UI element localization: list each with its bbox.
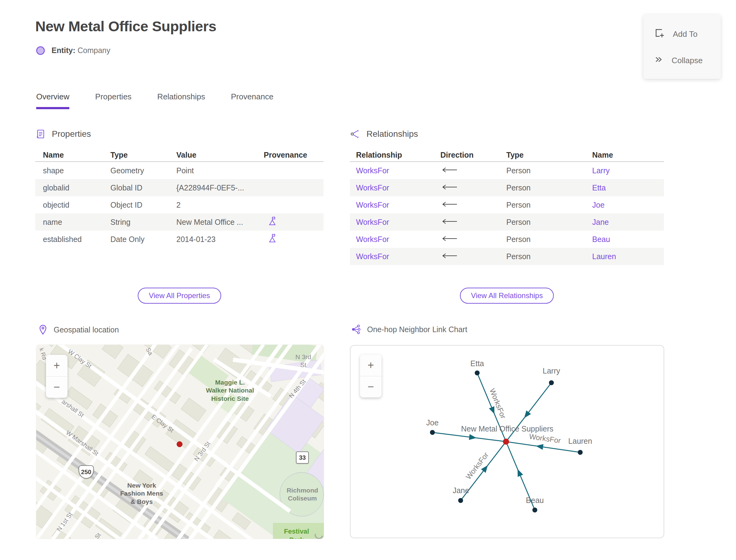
tab-provenance[interactable]: Provenance — [231, 92, 274, 109]
related-entity-type: Person — [506, 235, 592, 244]
prop-value: New Metal Office ... — [176, 218, 264, 227]
entity-location-marker[interactable] — [177, 441, 182, 447]
related-entity-type: Person — [506, 201, 592, 209]
related-entity-name-link[interactable]: Joe — [592, 201, 664, 209]
table-row: objectidObject ID2 — [35, 196, 324, 213]
entity-row: Entity: Company — [36, 46, 110, 55]
relationship-link[interactable]: WorksFor — [356, 218, 440, 227]
view-all-properties-button[interactable]: View All Properties — [138, 288, 221, 304]
chart-node-larry[interactable] — [549, 380, 554, 385]
relationship-link[interactable]: WorksFor — [356, 183, 440, 192]
map-building — [211, 530, 236, 539]
add-to-icon — [654, 28, 665, 41]
linkchart-section-title: One-hop Neighbor Link Chart — [367, 325, 467, 334]
chart-node-label: Larry — [543, 366, 560, 375]
entity-type: Company — [78, 46, 110, 55]
relationship-link[interactable]: WorksFor — [356, 235, 440, 244]
properties-table: NameTypeValueProvenanceshapeGeometryPoin… — [35, 148, 324, 248]
map-label: Festival Park — [283, 527, 310, 539]
map-zoom-control: +− — [46, 355, 67, 398]
geospatial-section-header: Geospatial location — [38, 324, 119, 335]
action-label: Collapse — [672, 56, 703, 65]
table-row: WorksForPersonJoe — [350, 196, 664, 213]
map-label: t St — [91, 531, 102, 539]
collapse-icon — [654, 55, 664, 66]
zoom-out-button[interactable]: − — [46, 377, 67, 398]
entity-label: Entity: — [52, 46, 75, 55]
chart-node-label: Beau — [526, 496, 544, 505]
table-row: nameStringNew Metal Office ... — [35, 213, 324, 231]
view-all-relationships-button[interactable]: View All Relationships — [460, 288, 554, 304]
direction-left-arrow-icon — [440, 166, 506, 175]
chart-node-beau[interactable] — [532, 508, 537, 512]
properties-section-header: Properties — [35, 129, 324, 139]
chart-node-jane[interactable] — [458, 498, 463, 503]
table-row: establishedDate Only2014-01-23 — [35, 231, 324, 248]
action-item-add-to[interactable]: Add To — [643, 28, 721, 41]
link-chart-canvas[interactable]: EttaLarryJoeLaurenJaneBeauNew Metal Offi… — [350, 345, 664, 538]
tab-overview[interactable]: Overview — [36, 92, 69, 109]
entity-detail-page: New Metal Office Suppliers Entity: Compa… — [0, 0, 736, 560]
column-header: Provenance — [264, 151, 324, 159]
table-row: WorksForPersonJane — [350, 213, 664, 231]
related-entity-name-link[interactable]: Jane — [592, 218, 664, 227]
zoom-out-button[interactable]: − — [360, 376, 381, 398]
edge-worksfor[interactable] — [432, 432, 506, 442]
related-entity-name-link[interactable]: Beau — [592, 235, 664, 244]
direction-left-arrow-icon — [440, 235, 506, 244]
properties-table-header: NameTypeValueProvenance — [35, 148, 324, 162]
direction-left-arrow-icon — [440, 183, 506, 192]
chart-node-joe[interactable] — [430, 430, 435, 435]
edge-arrowhead — [469, 434, 477, 440]
geospatial-map[interactable]: k RdW Clay StSaarshall StW Marshall StE … — [36, 345, 324, 539]
provenance-flag-icon[interactable] — [267, 233, 277, 245]
zoom-in-button[interactable]: + — [46, 355, 67, 377]
geospatial-section-title: Geospatial location — [54, 325, 119, 334]
tab-relationships[interactable]: Relationships — [157, 92, 205, 109]
chart-node-label: Lauren — [568, 437, 592, 446]
related-entity-type: Person — [506, 252, 592, 261]
map-building — [145, 447, 175, 472]
relationship-link[interactable]: WorksFor — [356, 201, 440, 209]
prop-name: objectid — [43, 201, 110, 209]
action-item-collapse[interactable]: Collapse — [643, 55, 721, 66]
related-entity-type: Person — [506, 218, 592, 227]
prop-value: 2014-01-23 — [176, 235, 264, 244]
related-entity-type: Person — [506, 166, 592, 175]
map-label: N 3rd St — [293, 353, 314, 369]
entity-type-dot-icon — [36, 46, 45, 55]
chart-node-etta[interactable] — [475, 370, 480, 375]
column-header: Value — [176, 151, 264, 159]
chart-node-label: Etta — [470, 359, 484, 368]
prop-name: established — [43, 235, 110, 244]
zoom-in-button[interactable]: + — [360, 355, 381, 376]
related-entity-type: Person — [506, 183, 592, 192]
relationships-icon — [350, 129, 360, 139]
map-label: Maggie L. Walker National Historic Site — [206, 378, 254, 403]
column-header: Name — [43, 151, 110, 159]
prop-type: String — [110, 218, 176, 227]
related-entity-name-link[interactable]: Lauren — [592, 252, 664, 261]
related-entity-name-link[interactable]: Larry — [592, 166, 664, 175]
chart-node-lauren[interactable] — [578, 450, 583, 455]
actions-card: Add ToCollapse — [643, 15, 721, 79]
table-row: WorksForPersonLarry — [350, 162, 664, 179]
prop-type: Global ID — [110, 183, 176, 192]
table-row: globalidGlobal ID{A228944F-0EF5-... — [35, 179, 324, 196]
tab-properties[interactable]: Properties — [95, 92, 132, 109]
relationship-link[interactable]: WorksFor — [356, 166, 440, 175]
route-shield-33: 33 — [296, 451, 309, 464]
chart-node-center[interactable] — [503, 439, 509, 445]
action-label: Add To — [673, 29, 697, 39]
map-building — [102, 345, 123, 359]
provenance-flag-icon[interactable] — [267, 216, 277, 228]
properties-icon — [35, 129, 46, 139]
edge-arrowhead — [518, 469, 523, 477]
prop-type: Geometry — [110, 166, 176, 175]
relationships-section: Relationships RelationshipDirectionTypeN… — [350, 129, 664, 313]
edge-arrowhead — [489, 406, 494, 414]
related-entity-name-link[interactable]: Etta — [592, 183, 664, 192]
table-row: WorksForPersonLauren — [350, 248, 664, 265]
relationships-table-header: RelationshipDirectionTypeName — [350, 148, 664, 162]
relationship-link[interactable]: WorksFor — [356, 252, 440, 261]
